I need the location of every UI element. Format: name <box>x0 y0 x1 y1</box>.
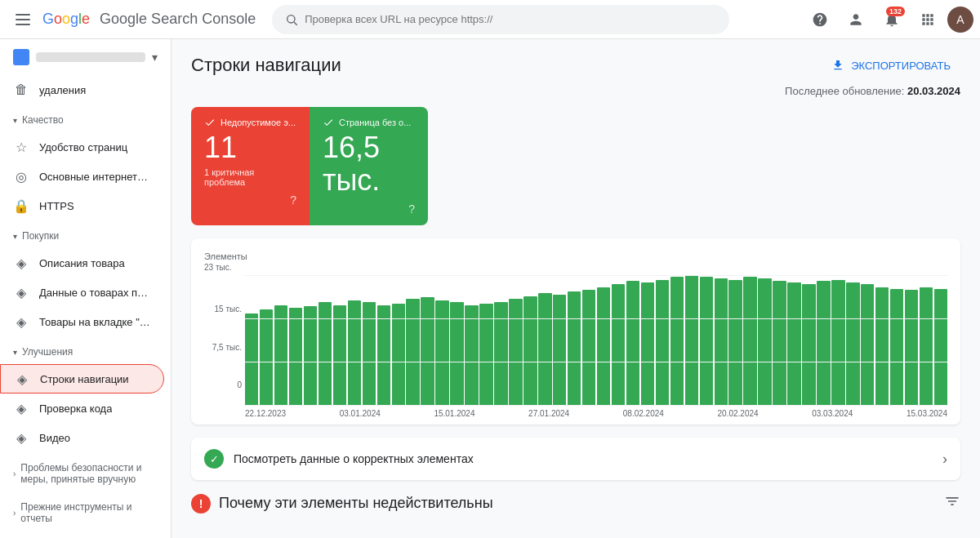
chart-bar <box>523 296 537 407</box>
code-icon: ◈ <box>13 401 29 416</box>
chart-bar <box>773 281 786 406</box>
core-web-icon: ◎ <box>13 169 29 185</box>
chart-bar <box>494 302 507 406</box>
sidebar-item-page-convenience[interactable]: ☆ Удобство страниц <box>0 132 164 162</box>
stat-card-error[interactable]: Недопустимое э... 11 1 критичная проблем… <box>191 107 310 225</box>
lock-icon: 🔒 <box>13 198 29 214</box>
chart-area: 15 тыс. 7,5 тыс. 0 <box>204 275 947 406</box>
sidebar-item-core-web[interactable]: ◎ Основные интернет-по... <box>0 162 164 191</box>
sidebar-item-delete[interactable]: 🗑 удаления <box>0 75 164 104</box>
chart-bar <box>920 287 933 406</box>
star-icon: ☆ <box>13 140 29 155</box>
account-button[interactable] <box>840 3 872 36</box>
chart-bar <box>685 275 698 406</box>
chart-y-axis-label: Элементы <box>204 251 947 261</box>
section-improve-label: Улучшения <box>22 346 73 358</box>
chart-bar <box>905 290 918 406</box>
site-name <box>36 52 145 62</box>
stat-card-valid[interactable]: Страница без о... 16,5 тыс. ? <box>310 107 428 225</box>
chart-bar <box>392 304 405 406</box>
chart-bar <box>553 295 566 406</box>
chart-bar <box>274 305 287 407</box>
sidebar-item-label: удаления <box>39 84 86 96</box>
help-button[interactable] <box>804 3 836 36</box>
sidebar-item-video[interactable]: ◈ Видео <box>0 423 164 452</box>
main-layout: ▾ 🗑 удаления ▾ Качество ☆ Удобство стран… <box>0 39 980 538</box>
filter-icon <box>944 493 960 509</box>
section-shopping-label: Покупки <box>22 230 59 242</box>
last-update-label: Последнее обновление: <box>785 85 904 97</box>
chart-bar <box>934 289 947 407</box>
valid-card-value: 16,5 тыс. <box>323 131 415 196</box>
export-button[interactable]: ЭКСПОРТИРОВАТЬ <box>822 52 960 78</box>
chevron-right-icon: › <box>13 469 16 478</box>
sidebar-item-code-check[interactable]: ◈ Проверка кода <box>0 393 164 423</box>
google-logo: Google <box>42 11 90 28</box>
diamond-icon: ◈ <box>13 314 29 330</box>
chart-bar <box>817 281 830 406</box>
delete-icon: 🗑 <box>13 82 29 97</box>
sidebar-item-product-desc[interactable]: ◈ Описания товара <box>0 248 164 278</box>
chart-bar <box>435 300 448 406</box>
section-security: › Проблемы безопасности и меры, принятые… <box>0 456 171 491</box>
chart-bar <box>304 306 317 406</box>
chart-bar <box>626 281 639 406</box>
site-selector[interactable]: ▾ <box>0 39 171 75</box>
x-label-1: 03.01.2024 <box>340 409 381 418</box>
sidebar-item-breadcrumbs[interactable]: ◈ Строки навигации <box>0 364 164 393</box>
x-label-4: 08.02.2024 <box>623 409 664 418</box>
section-old-tools-header[interactable]: › Прежние инструменты и отчеты <box>0 495 171 531</box>
chart-bar <box>363 302 376 406</box>
search-icon <box>285 13 298 26</box>
chart-bar <box>260 309 273 406</box>
y-label-15k: 15 тыс. <box>215 305 242 313</box>
question-icon[interactable]: ? <box>290 193 296 207</box>
chart-bar <box>875 287 889 406</box>
valid-card-footer: ? <box>323 202 415 216</box>
why-invalid-title: ! Почему эти элементы недействительны <box>191 494 493 514</box>
chart-bar <box>289 308 302 406</box>
stats-section: Недопустимое э... 11 1 критичная проблем… <box>191 107 960 225</box>
filter-button[interactable] <box>944 493 960 514</box>
section-improve-header[interactable]: ▾ Улучшения <box>0 340 171 364</box>
sidebar-item-products-tab[interactable]: ◈ Товары на вкладке "По... <box>0 307 164 336</box>
chart-bar <box>479 304 492 406</box>
error-circle-icon: ! <box>191 494 211 514</box>
chart-bar <box>465 305 478 407</box>
section-security-header[interactable]: › Проблемы безопасности и меры, принятые… <box>0 456 171 491</box>
sidebar-item-label: Проверка кода <box>39 402 112 415</box>
sidebar-item-links[interactable]: 🔗 Ссылки <box>0 531 164 538</box>
chart-bar <box>406 299 419 406</box>
error-card-label: Недопустимое э... <box>220 118 296 127</box>
download-icon <box>831 59 844 72</box>
section-quality-header[interactable]: ▾ Качество <box>0 108 171 132</box>
sidebar-item-label: Удобство страниц <box>39 141 127 153</box>
svg-point-0 <box>287 15 295 22</box>
notification-badge: 132 <box>886 7 905 16</box>
last-update-date: 20.03.2024 <box>907 85 960 97</box>
avatar[interactable]: A <box>947 7 973 33</box>
x-axis-labels: 22.12.2023 03.01.2024 15.01.2024 27.01.2… <box>204 409 947 418</box>
section-shopping-header[interactable]: ▾ Покупки <box>0 224 171 248</box>
apps-button[interactable] <box>911 3 944 36</box>
question-icon[interactable]: ? <box>408 202 415 216</box>
search-bar[interactable] <box>272 5 729 34</box>
section-old-tools: › Прежние инструменты и отчеты <box>0 495 171 531</box>
notifications-button[interactable]: 132 <box>875 3 908 36</box>
sidebar-item-label: Строки навигации <box>40 373 129 385</box>
sidebar-item-https[interactable]: 🔒 HTTPS <box>0 191 164 220</box>
x-label-0: 22.12.2023 <box>245 409 286 418</box>
chevron-right-icon: › <box>13 509 16 518</box>
chart-bar <box>450 302 463 406</box>
chart-bars <box>245 275 947 406</box>
why-invalid-section: ! Почему эти элементы недействительны <box>191 493 960 514</box>
x-label-3: 27.01.2024 <box>528 409 569 418</box>
chevron-icon: ▾ <box>13 116 17 125</box>
sidebar-item-product-data[interactable]: ◈ Данные о товарах прод... <box>0 278 164 307</box>
valid-link-card[interactable]: ✓ Посмотреть данные о корректных элемент… <box>191 438 960 480</box>
section-shopping: ▾ Покупки ◈ Описания товара ◈ Данные о т… <box>0 224 171 336</box>
export-label: ЭКСПОРТИРОВАТЬ <box>851 60 951 72</box>
section-old-tools-label: Прежние инструменты и отчеты <box>20 501 158 524</box>
search-input[interactable] <box>305 13 716 25</box>
menu-button[interactable] <box>7 3 39 36</box>
